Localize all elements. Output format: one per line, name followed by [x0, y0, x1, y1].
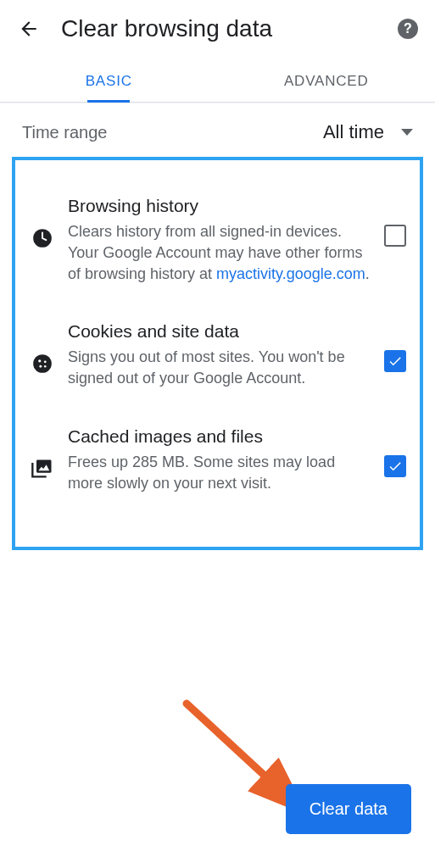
option-title: Browsing history — [68, 196, 372, 216]
svg-point-5 — [44, 365, 47, 368]
option-cookies[interactable]: Cookies and site data Signs you out of m… — [24, 303, 411, 408]
checkbox-cached-images[interactable] — [384, 455, 406, 477]
header: Clear browsing data ? — [0, 0, 435, 58]
arrow-back-icon — [18, 18, 40, 40]
tabs: BASIC ADVANCED — [0, 58, 435, 103]
time-range-label: Time range — [22, 123, 107, 142]
page-title: Clear browsing data — [61, 15, 377, 42]
checkmark-icon — [388, 459, 403, 474]
clear-data-button[interactable]: Clear data — [286, 784, 411, 834]
time-range-dropdown[interactable]: All time — [323, 121, 413, 143]
option-desc: Frees up 285 MB. Some sites may load mor… — [68, 452, 372, 494]
option-content: Cached images and files Frees up 285 MB.… — [68, 426, 372, 494]
myactivity-link[interactable]: myactivity.google.com — [216, 265, 365, 282]
checkbox-browsing-history[interactable] — [384, 225, 406, 247]
time-range-row: Time range All time — [0, 103, 435, 157]
option-desc: Signs you out of most sites. You won't b… — [68, 347, 372, 389]
chevron-down-icon — [401, 129, 413, 136]
tab-advanced[interactable]: ADVANCED — [218, 58, 436, 102]
time-range-value: All time — [323, 121, 384, 143]
clock-icon — [29, 225, 56, 252]
options-highlight-box: Browsing history Clears history from all… — [12, 157, 423, 550]
help-icon[interactable]: ? — [398, 19, 418, 39]
option-cached-images[interactable]: Cached images and files Frees up 285 MB.… — [24, 408, 411, 513]
svg-line-8 — [187, 704, 297, 805]
svg-rect-6 — [36, 460, 52, 473]
svg-point-2 — [38, 360, 41, 363]
back-button[interactable] — [17, 17, 41, 41]
svg-point-4 — [39, 365, 42, 368]
tab-basic[interactable]: BASIC — [0, 58, 218, 102]
option-title: Cookies and site data — [68, 321, 372, 342]
images-icon — [29, 455, 56, 482]
cookie-icon — [29, 350, 56, 377]
checkmark-icon — [388, 353, 403, 369]
option-content: Cookies and site data Signs you out of m… — [68, 321, 372, 389]
svg-point-1 — [33, 355, 52, 374]
checkbox-cookies[interactable] — [384, 350, 406, 372]
option-desc: Clears history from all signed-in device… — [68, 221, 372, 284]
option-browsing-history[interactable]: Browsing history Clears history from all… — [24, 177, 411, 303]
svg-point-3 — [44, 361, 47, 364]
option-title: Cached images and files — [68, 426, 372, 447]
option-content: Browsing history Clears history from all… — [68, 196, 372, 284]
